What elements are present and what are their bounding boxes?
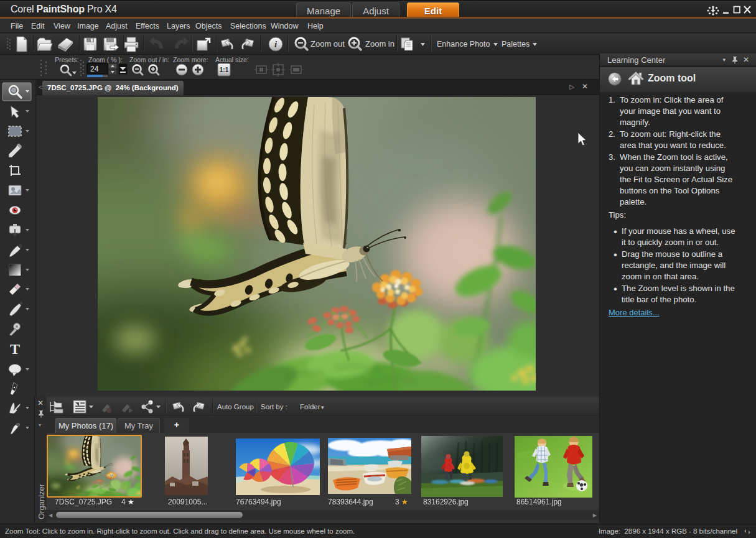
svg-text:Zoom ( % ):: Zoom ( % ): [88, 56, 123, 63]
svg-text:Enhance Photo: Enhance Photo [437, 40, 490, 49]
svg-text:Palettes: Palettes [502, 40, 530, 49]
svg-text:Zoom more:: Zoom more: [173, 56, 208, 63]
svg-text:T: T [10, 341, 20, 357]
svg-text:Presets:: Presets: [55, 56, 79, 63]
svg-text:Actual size:: Actual size: [215, 56, 249, 63]
svg-text:Zoom in: Zoom in [365, 39, 394, 49]
svg-text:1:1: 1:1 [220, 67, 229, 73]
svg-text:Zoom out / in:: Zoom out / in: [129, 56, 169, 63]
svg-text:24: 24 [90, 65, 99, 73]
svg-text:Zoom out: Zoom out [310, 39, 345, 49]
